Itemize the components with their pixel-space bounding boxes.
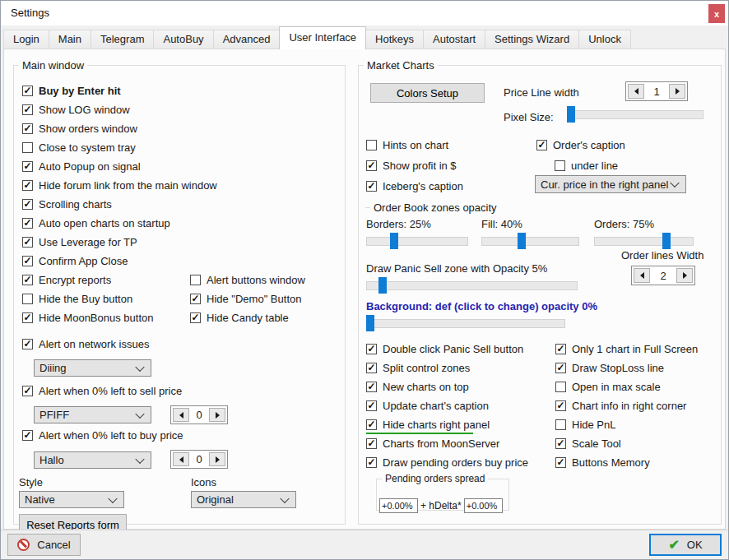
checkbox-hints-on-chart[interactable]: Hints on chart — [366, 135, 463, 155]
stepper-decrement-icon[interactable] — [634, 268, 650, 283]
checkbox-confirm-app-close[interactable]: ✓Confirm App Close — [22, 252, 217, 271]
checkbox-label: Iceberg's caption — [383, 180, 463, 192]
checkbox-checked-icon: ✓ — [22, 237, 33, 248]
pending-spread-input-1[interactable]: +0.00% — [379, 498, 418, 513]
colors-setup-button[interactable]: Colors Setup — [370, 83, 485, 103]
checkbox-order-s-caption[interactable]: ✓Order's caption — [536, 135, 625, 155]
panic-sell-opacity-slider[interactable] — [366, 277, 578, 294]
alert-buy-percent-value: 0 — [189, 452, 209, 466]
checkbox-draw-stoploss-line[interactable]: ✓Draw StopLoss line — [555, 359, 698, 377]
checkbox-alert-when-0-left-to-buy-price[interactable]: ✓Alert when 0% left to buy price — [22, 426, 183, 445]
tab-advanced[interactable]: Advanced — [213, 30, 281, 49]
checkbox-under-line[interactable]: under line — [555, 155, 618, 176]
checkbox-show-log-window[interactable]: ✓Show LOG window — [22, 100, 217, 119]
stepper-increment-icon[interactable] — [209, 408, 225, 422]
checkbox-checked-icon: ✓ — [22, 123, 33, 134]
tab-settings-wizard[interactable]: Settings Wizard — [485, 30, 579, 49]
style-select[interactable]: Native — [19, 491, 124, 508]
checkbox-label: under line — [571, 160, 618, 172]
stepper-decrement-icon[interactable] — [173, 408, 189, 422]
icons-select[interactable]: Original — [191, 491, 296, 508]
slider-thumb[interactable] — [366, 315, 374, 331]
checkbox-hide-candy-table[interactable]: ✓Hide Candy table — [190, 308, 305, 327]
checkbox-chart-info-in-right-corner[interactable]: ✓Chart info in right corner — [555, 396, 698, 415]
tab-unlock[interactable]: Unlock — [578, 30, 631, 49]
pending-spread-input-2[interactable]: +0.00% — [464, 498, 503, 513]
borders-opacity-slider[interactable] — [366, 233, 468, 249]
checkbox-auto-open-charts-on-startup[interactable]: ✓Auto open charts on startup — [22, 214, 217, 233]
chevron-down-icon — [135, 409, 144, 418]
checkbox-show-orders-window[interactable]: ✓Show orders window — [22, 119, 217, 138]
close-icon[interactable]: x — [708, 4, 725, 23]
alert-sell-sound-select[interactable]: PFIFF — [34, 406, 151, 423]
checkbox-buttons-memory[interactable]: ✓Buttons Memory — [555, 453, 698, 472]
tab-autostart[interactable]: Autostart — [423, 30, 485, 49]
background-opacity-label[interactable]: Background: def (click to change) opacit… — [366, 300, 597, 312]
checkbox-double-click-panic-sell-button[interactable]: ✓Double click Panic Sell button — [366, 340, 528, 359]
checkbox-iceberg-s-caption[interactable]: ✓Iceberg's caption — [366, 176, 463, 197]
checkbox-alert-buttons-window[interactable]: Alert buttons window — [190, 271, 305, 289]
checkbox-label: Alert when 0% left to sell price — [39, 385, 182, 397]
checkbox-update-chart-s-caption[interactable]: ✓Update chart's caption — [366, 396, 528, 415]
background-opacity-slider[interactable] — [366, 315, 565, 331]
checkbox-hide-moonbonus-button[interactable]: ✓Hide MoonBonus button — [22, 308, 153, 327]
checkbox-checked-icon: ✓ — [22, 161, 33, 172]
pending-orders-spread-legend: Pending orders spread — [382, 473, 488, 484]
checkbox-scrolling-charts[interactable]: ✓Scrolling charts — [22, 195, 217, 214]
slider-thumb[interactable] — [662, 233, 671, 249]
stepper-decrement-icon[interactable] — [173, 452, 189, 466]
checkbox-open-in-max-scale[interactable]: Open in max scale — [555, 377, 698, 396]
stepper-decrement-icon[interactable] — [628, 84, 644, 99]
checkbox-draw-pending-orders-buy-price[interactable]: ✓Draw pending orders buy price — [366, 453, 528, 472]
orders-opacity-slider[interactable] — [594, 233, 694, 249]
checkbox-hide-the-buy-button[interactable]: Hide the Buy button — [22, 289, 153, 308]
checkbox-unchecked-icon — [555, 419, 566, 430]
checkbox-hide-charts-right-panel[interactable]: ✓Hide charts right panel — [366, 415, 528, 434]
alert-buy-percent-stepper[interactable]: 0 — [170, 450, 228, 469]
checkbox-scale-tool[interactable]: ✓Scale Tool — [555, 434, 698, 453]
checkbox-hide-demo-button[interactable]: ✓Hide "Demo" Button — [190, 289, 305, 308]
cancel-button[interactable]: Cancel — [7, 534, 81, 556]
checkbox-use-leverage-for-tp[interactable]: ✓Use Leverage for TP — [22, 233, 217, 252]
checkbox-charts-from-moonserver[interactable]: ✓Charts from MoonServer — [366, 434, 528, 453]
checkbox-close-to-system-tray[interactable]: Close to system tray — [22, 138, 217, 157]
tab-login[interactable]: Login — [3, 30, 49, 49]
checkbox-buy-by-enter-hit[interactable]: ✓Buy by Enter hit — [22, 81, 217, 100]
checkbox-alert-when-0-left-to-sell-price[interactable]: ✓Alert when 0% left to sell price — [22, 382, 182, 400]
order-lines-width-stepper[interactable]: 2 — [631, 266, 695, 285]
ok-button-label: OK — [687, 539, 703, 551]
chevron-down-icon — [280, 493, 289, 502]
ok-button[interactable]: ✔ OK — [649, 534, 722, 556]
checkbox-only-1-chart-in-full-screen[interactable]: ✓Only 1 chart in Full Screen — [555, 340, 698, 359]
pixel-size-slider[interactable] — [567, 106, 703, 123]
tab-autobuy[interactable]: AutoBuy — [153, 30, 213, 49]
checkbox-label: Buy by Enter hit — [39, 85, 121, 97]
slider-thumb[interactable] — [378, 277, 387, 294]
current-price-panel-select[interactable]: Cur. price in the right panel — [535, 175, 686, 193]
checkbox-hide-forum-link-from-the-main-window[interactable]: ✓Hide forum link from the main window — [22, 176, 217, 195]
checkbox-alert-on-network-issues[interactable]: ✓Alert on network issues — [22, 335, 149, 354]
tab-telegram[interactable]: Telegram — [91, 30, 154, 49]
checkbox-encrypt-reports[interactable]: ✓Encrypt reports — [22, 271, 153, 289]
price-line-width-stepper[interactable]: 1 — [625, 81, 688, 101]
slider-thumb[interactable] — [390, 233, 398, 249]
tab-main[interactable]: Main — [49, 30, 91, 49]
checkbox-new-charts-on-top[interactable]: ✓New charts on top — [366, 377, 528, 396]
checkbox-checked-icon: ✓ — [366, 160, 377, 171]
alert-network-sound-select[interactable]: Diiing — [34, 359, 151, 377]
alert-buy-sound-select[interactable]: Hallo — [34, 451, 151, 469]
checkbox-show-profit-in[interactable]: ✓Show profit in $ — [366, 155, 463, 176]
slider-thumb[interactable] — [567, 106, 575, 123]
stepper-increment-icon[interactable] — [676, 268, 693, 283]
checkbox-label: Only 1 chart in Full Screen — [572, 343, 698, 355]
slider-thumb[interactable] — [518, 233, 526, 249]
stepper-increment-icon[interactable] — [669, 84, 685, 99]
tab-hotkeys[interactable]: Hotkeys — [365, 30, 424, 49]
fill-opacity-slider[interactable] — [481, 233, 579, 249]
checkbox-hide-pnl[interactable]: Hide PnL — [555, 415, 698, 434]
stepper-increment-icon[interactable] — [209, 452, 225, 466]
tab-user-interface[interactable]: User Interface — [279, 26, 366, 49]
checkbox-split-control-zones[interactable]: ✓Split control zones — [366, 359, 528, 377]
checkbox-auto-popup-on-signal[interactable]: ✓Auto Popup on signal — [22, 157, 217, 176]
alert-sell-percent-stepper[interactable]: 0 — [170, 405, 228, 424]
